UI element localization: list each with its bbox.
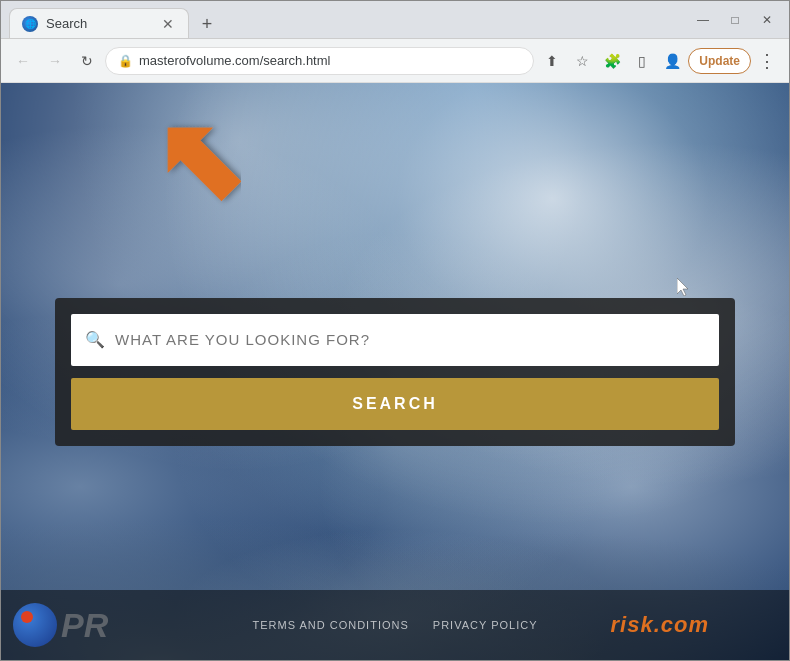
active-tab[interactable]: 🌐 Search ✕	[9, 8, 189, 38]
reload-button[interactable]: ↻	[73, 47, 101, 75]
tab-close-button[interactable]: ✕	[160, 16, 176, 32]
footer-links: TERMS AND CONDITIONS PRIVACY POLICY	[253, 619, 538, 631]
bookmark-button[interactable]: ☆	[568, 47, 596, 75]
risk-logo: risk.com	[611, 612, 710, 638]
title-bar: 🌐 Search ✕ + — □ ✕	[1, 1, 789, 39]
forward-button[interactable]: →	[41, 47, 69, 75]
svg-marker-0	[161, 113, 241, 208]
search-widget: 🔍 SEARCH	[55, 298, 735, 446]
new-tab-button[interactable]: +	[193, 10, 221, 38]
search-input-wrap: 🔍	[71, 314, 719, 366]
page-content: 🔍 SEARCH PR TERMS AND CONDITIONS PRIVACY…	[1, 83, 789, 660]
toolbar-icons: ⬆ ☆ 🧩 ▯ 👤 Update ⋮	[538, 47, 781, 75]
browser-window: 🌐 Search ✕ + — □ ✕ ← → ↻ 🔒 masterofvolum…	[0, 0, 790, 661]
lock-icon: 🔒	[118, 54, 133, 68]
address-text: masterofvolume.com/search.html	[139, 53, 521, 68]
footer-logo-ball	[13, 603, 57, 647]
menu-button[interactable]: ⋮	[753, 47, 781, 75]
update-button[interactable]: Update	[688, 48, 751, 74]
pr-logo: PR	[61, 606, 108, 645]
maximize-button[interactable]: □	[721, 6, 749, 34]
search-button[interactable]: SEARCH	[71, 378, 719, 430]
close-button[interactable]: ✕	[753, 6, 781, 34]
footer-bar: PR TERMS AND CONDITIONS PRIVACY POLICY r…	[1, 590, 789, 660]
arrow-icon	[161, 113, 241, 208]
search-input[interactable]	[115, 331, 705, 348]
profile-button[interactable]: 👤	[658, 47, 686, 75]
address-bar-row: ← → ↻ 🔒 masterofvolume.com/search.html ⬆…	[1, 39, 789, 83]
minimize-button[interactable]: —	[689, 6, 717, 34]
tabs-area: 🌐 Search ✕ +	[9, 1, 681, 38]
tab-favicon: 🌐	[22, 16, 38, 32]
address-bar[interactable]: 🔒 masterofvolume.com/search.html	[105, 47, 534, 75]
terms-link[interactable]: TERMS AND CONDITIONS	[253, 619, 409, 631]
search-icon: 🔍	[85, 330, 105, 349]
share-button[interactable]: ⬆	[538, 47, 566, 75]
back-button[interactable]: ←	[9, 47, 37, 75]
extensions-button[interactable]: 🧩	[598, 47, 626, 75]
window-controls: — □ ✕	[689, 6, 781, 34]
tab-title: Search	[46, 16, 152, 31]
sidebar-button[interactable]: ▯	[628, 47, 656, 75]
privacy-link[interactable]: PRIVACY POLICY	[433, 619, 538, 631]
